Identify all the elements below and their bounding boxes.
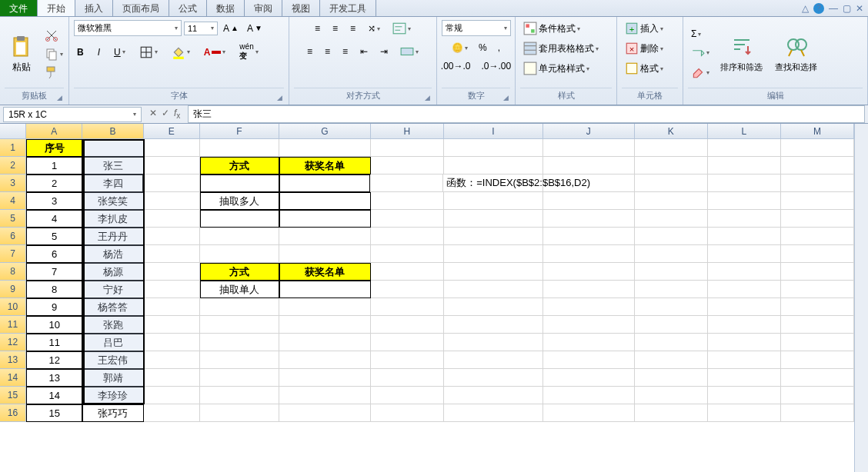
col-header-B[interactable]: B [82, 124, 143, 139]
cell-H3[interactable] [370, 175, 443, 192]
cell-I4[interactable] [444, 192, 543, 210]
autosum-button[interactable]: Σ▾ [688, 27, 713, 41]
cell-K9[interactable] [635, 281, 708, 298]
wrap-text-button[interactable]: ▾ [389, 20, 414, 37]
cell-I15[interactable] [444, 387, 543, 404]
cell-E15[interactable] [144, 387, 200, 404]
cell-M15[interactable] [781, 387, 854, 404]
col-header-F[interactable]: F [200, 124, 279, 139]
cell-K15[interactable] [635, 387, 708, 404]
tab-file[interactable]: 文件 [0, 0, 38, 16]
row-header-12[interactable]: 12 [0, 334, 26, 351]
cell-H12[interactable] [371, 334, 444, 351]
cell-H5[interactable] [371, 210, 444, 228]
decrease-indent-button[interactable]: ⇤ [357, 45, 371, 58]
cell-L16[interactable] [708, 404, 781, 422]
close-icon[interactable]: ✕ [856, 3, 863, 14]
dialog-launcher-icon[interactable]: ◢ [425, 94, 430, 101]
cell-H4[interactable] [371, 192, 444, 210]
paste-button[interactable]: 粘贴 [5, 32, 38, 77]
tab-view[interactable]: 视图 [282, 0, 320, 16]
cell-F10[interactable] [200, 298, 279, 316]
cell-L3[interactable] [708, 175, 781, 192]
cell-A11[interactable]: 10 [26, 316, 82, 334]
col-header-E[interactable]: E [144, 124, 200, 139]
cell-J13[interactable] [543, 351, 635, 369]
increase-indent-button[interactable]: ⇥ [377, 45, 391, 58]
cell-G16[interactable] [279, 404, 371, 422]
row-header-3[interactable]: 3 [0, 175, 26, 192]
cell-G10[interactable] [279, 298, 371, 316]
cell-G9[interactable] [279, 281, 371, 298]
cell-E6[interactable] [144, 228, 200, 245]
cell-H9[interactable] [371, 281, 444, 298]
cell-L2[interactable] [708, 157, 781, 175]
row-header-8[interactable]: 8 [0, 263, 26, 281]
cut-button[interactable] [42, 27, 66, 44]
cell-J14[interactable] [543, 369, 635, 387]
cell-G14[interactable] [279, 369, 371, 387]
cell-B5[interactable]: 李扒皮 [82, 210, 143, 228]
help-icon[interactable]: ? [813, 3, 824, 14]
cell-B9[interactable]: 宁好 [82, 281, 143, 298]
cell-M11[interactable] [781, 316, 854, 334]
cell-A15[interactable]: 14 [26, 387, 82, 404]
cell-M12[interactable] [781, 334, 854, 351]
cell-J7[interactable] [543, 245, 635, 263]
cell-B15[interactable]: 李珍珍 [82, 387, 143, 404]
name-box[interactable]: 15R x 1C▾ [3, 107, 142, 122]
decrease-font-button[interactable]: A▼ [244, 22, 265, 35]
cell-E4[interactable] [144, 192, 200, 210]
cell-G15[interactable] [279, 387, 371, 404]
cell-L10[interactable] [708, 298, 781, 316]
bold-button[interactable]: B [74, 45, 87, 59]
ribbon-minimize-icon[interactable]: △ [802, 3, 809, 14]
cell-A7[interactable]: 6 [26, 245, 82, 263]
cell-M1[interactable] [781, 139, 854, 157]
italic-button[interactable]: I [95, 45, 103, 59]
cell-L6[interactable] [708, 228, 781, 245]
cell-G4[interactable] [279, 192, 371, 210]
cell-L12[interactable] [708, 334, 781, 351]
cell-E10[interactable] [144, 298, 200, 316]
cell-M9[interactable] [781, 281, 854, 298]
cell-H1[interactable] [371, 139, 444, 157]
percent-button[interactable]: % [476, 41, 490, 55]
cell-J2[interactable] [543, 157, 635, 175]
cell-G5[interactable] [279, 210, 371, 228]
insert-cells-button[interactable]: +插入▾ [622, 20, 666, 37]
dialog-launcher-icon[interactable]: ◢ [503, 94, 509, 101]
cell-K3[interactable] [635, 175, 708, 192]
row-header-9[interactable]: 9 [0, 281, 26, 298]
cell-K13[interactable] [635, 351, 708, 369]
cell-E13[interactable] [144, 351, 200, 369]
cell-M6[interactable] [781, 228, 854, 245]
cell-M3[interactable] [781, 175, 854, 192]
cell-H14[interactable] [371, 369, 444, 387]
row-header-7[interactable]: 7 [0, 245, 26, 263]
cell-M16[interactable] [781, 404, 854, 422]
cell-H15[interactable] [371, 387, 444, 404]
cell-K16[interactable] [635, 404, 708, 422]
cell-B12[interactable]: 吕巴 [82, 334, 143, 351]
row-header-11[interactable]: 11 [0, 316, 26, 334]
clear-button[interactable]: ▾ [688, 64, 713, 81]
col-header-M[interactable]: M [781, 124, 854, 139]
cell-I16[interactable] [444, 404, 543, 422]
cell-G3[interactable] [279, 175, 371, 192]
delete-cells-button[interactable]: ×删除▾ [622, 40, 666, 57]
row-header-10[interactable]: 10 [0, 298, 26, 316]
cell-B13[interactable]: 王宏伟 [82, 351, 143, 369]
cell-J9[interactable] [543, 281, 635, 298]
cell-L11[interactable] [708, 316, 781, 334]
align-center-button[interactable]: ≡ [322, 45, 333, 58]
cell-A6[interactable]: 5 [26, 228, 82, 245]
col-header-H[interactable]: H [371, 124, 444, 139]
cell-H8[interactable] [371, 263, 444, 281]
find-select-button[interactable]: 查找和选择 [770, 32, 822, 76]
cell-L8[interactable] [708, 263, 781, 281]
cell-B7[interactable]: 杨浩 [82, 245, 143, 263]
cell-E14[interactable] [144, 369, 200, 387]
cell-G2[interactable]: 获奖名单 [279, 157, 371, 175]
table-format-button[interactable]: 套用表格格式▾ [520, 40, 602, 57]
